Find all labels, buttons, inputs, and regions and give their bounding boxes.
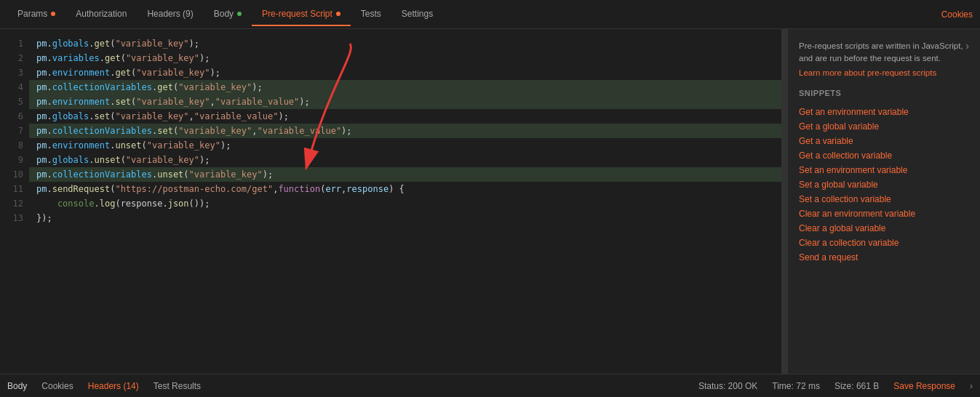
- snippet-send-request[interactable]: Send a request: [799, 250, 969, 265]
- params-dot: [51, 12, 55, 16]
- code-line-3: pm.environment.get("variable_key");: [29, 65, 781, 80]
- code-line-8: pm.environment.unset("variable_key");: [29, 138, 781, 153]
- line-num-9: 9: [0, 153, 23, 167]
- code-line-11: pm.sendRequest("https://postman-echo.com…: [29, 182, 781, 196]
- main-content: 1 2 3 4 5 6 7 8 9 10 11 12 13 pm.globals…: [0, 29, 980, 374]
- save-response-button[interactable]: Save Response: [893, 381, 955, 391]
- code-editor[interactable]: pm.globals.get("variable_key"); pm.varia…: [29, 29, 781, 374]
- editor-area: 1 2 3 4 5 6 7 8 9 10 11 12 13 pm.globals…: [0, 29, 787, 374]
- tab-pre-request-script[interactable]: Pre-request Script: [252, 3, 351, 26]
- sidebar-description: Pre-request scripts are written in JavaS…: [799, 40, 969, 65]
- code-line-13: });: [29, 211, 781, 225]
- learn-more-link[interactable]: Learn more about pre-request scripts: [799, 68, 969, 77]
- line-num-6: 6: [0, 109, 23, 124]
- snippet-get-global-var[interactable]: Get a global variable: [799, 119, 969, 134]
- code-line-2: pm.variables.get("variable_key");: [29, 51, 781, 65]
- line-num-7: 7: [0, 124, 23, 138]
- tab-settings-label: Settings: [402, 9, 433, 19]
- code-line-7: pm.collectionVariables.set("variable_key…: [29, 124, 781, 138]
- line-num-13: 13: [0, 211, 23, 225]
- snippet-set-env-var[interactable]: Set an environment variable: [799, 163, 969, 177]
- bottom-tab-test-results[interactable]: Test Results: [154, 381, 201, 391]
- tab-headers-label: Headers (9): [147, 9, 193, 19]
- line-num-10: 10: [0, 167, 23, 182]
- line-num-3: 3: [0, 65, 23, 80]
- tab-settings[interactable]: Settings: [391, 3, 443, 26]
- save-response-chevron[interactable]: ›: [970, 381, 973, 391]
- tab-body-label: Body: [214, 9, 234, 19]
- time-info: Time: 72 ms: [772, 381, 820, 391]
- tab-params-label: Params: [17, 9, 47, 19]
- code-line-1: pm.globals.get("variable_key");: [29, 36, 781, 51]
- cookies-link[interactable]: Cookies: [941, 9, 973, 20]
- line-numbers: 1 2 3 4 5 6 7 8 9 10 11 12 13: [0, 29, 29, 374]
- code-line-9: pm.globals.unset("variable_key");: [29, 153, 781, 167]
- body-dot: [237, 12, 242, 16]
- size-info: Size: 661 B: [834, 381, 879, 391]
- bottom-bar: Body Cookies Headers (14) Test Results S…: [0, 374, 980, 397]
- code-line-6: pm.globals.set("variable_key", "variable…: [29, 109, 781, 124]
- bottom-tab-cookies[interactable]: Cookies: [41, 381, 73, 391]
- snippet-get-collection-var[interactable]: Get a collection variable: [799, 148, 969, 163]
- code-line-5: pm.environment.set("variable_key", "vari…: [29, 95, 781, 109]
- snippet-get-env-var[interactable]: Get an environment variable: [799, 105, 969, 119]
- snippet-clear-collection-var[interactable]: Clear a collection variable: [799, 236, 969, 250]
- tab-pre-request-label: Pre-request Script: [262, 9, 332, 19]
- tab-tests-label: Tests: [361, 9, 381, 19]
- status-badge: Status: 200 OK: [698, 381, 757, 391]
- line-num-5: 5: [0, 95, 23, 109]
- bottom-tab-headers[interactable]: Headers (14): [88, 381, 139, 391]
- snippet-set-global-var[interactable]: Set a global variable: [799, 177, 969, 192]
- sidebar-panel: › Pre-request scripts are written in Jav…: [787, 29, 980, 374]
- snippet-clear-env-var[interactable]: Clear an environment variable: [799, 206, 969, 221]
- snippet-set-collection-var[interactable]: Set a collection variable: [799, 192, 969, 206]
- tab-bar: Params Authorization Headers (9) Body Pr…: [0, 0, 980, 29]
- tab-headers[interactable]: Headers (9): [137, 3, 203, 26]
- line-num-12: 12: [0, 196, 23, 211]
- tab-authorization[interactable]: Authorization: [65, 3, 137, 26]
- bottom-tab-body[interactable]: Body: [7, 381, 27, 391]
- line-num-8: 8: [0, 138, 23, 153]
- code-line-10: pm.collectionVariables.unset("variable_k…: [29, 167, 781, 182]
- sidebar-expand-icon[interactable]: ›: [965, 40, 969, 52]
- line-num-4: 4: [0, 80, 23, 95]
- code-line-4: pm.collectionVariables.get("variable_key…: [29, 80, 781, 95]
- tab-authorization-label: Authorization: [76, 9, 127, 19]
- tab-tests[interactable]: Tests: [351, 3, 391, 26]
- bottom-right-info: Status: 200 OK Time: 72 ms Size: 661 B S…: [698, 381, 973, 391]
- line-num-2: 2: [0, 51, 23, 65]
- code-line-12: console.log(response.json());: [29, 196, 781, 211]
- pre-request-dot: [336, 12, 340, 16]
- tab-body[interactable]: Body: [204, 3, 252, 26]
- line-num-11: 11: [0, 182, 23, 196]
- editor-scrollbar[interactable]: [781, 29, 787, 374]
- line-num-1: 1: [0, 36, 23, 51]
- snippets-header: SNIPPETS: [799, 89, 969, 97]
- tab-params[interactable]: Params: [7, 3, 65, 26]
- snippet-clear-global-var[interactable]: Clear a global variable: [799, 221, 969, 236]
- snippet-get-variable[interactable]: Get a variable: [799, 134, 969, 148]
